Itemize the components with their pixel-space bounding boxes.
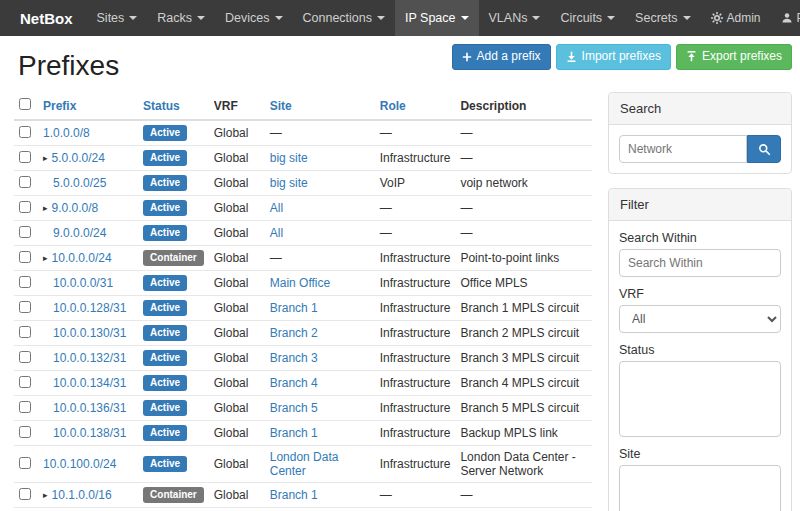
description-cell: — [455,221,592,246]
prefix-link[interactable]: 10.0.0.0/24 [52,251,112,265]
nav-menu-item[interactable]: Sites [87,0,148,36]
sort-role-header[interactable]: Role [380,99,406,113]
expand-arrow-icon[interactable]: ▸ [43,203,48,213]
row-checkbox[interactable] [19,201,31,213]
prefix-link[interactable]: 5.0.0.0/25 [53,176,106,190]
site-filter-option[interactable] [620,484,780,486]
nav-menu-item[interactable]: IP Space [395,0,479,36]
status-badge: Active [143,200,187,216]
site-link[interactable]: Branch 5 [270,401,318,415]
table-row: ▸ 9.0.0.0/8 Active Global All — — [14,196,592,221]
prefix-link[interactable]: 10.0.0.128/31 [53,301,126,315]
prefix-link[interactable]: 1.0.0.0/8 [43,126,90,140]
nav-menu-item[interactable]: Devices [215,0,292,36]
row-checkbox[interactable] [19,126,31,138]
row-checkbox[interactable] [19,276,31,288]
row-checkbox[interactable] [19,176,31,188]
site-link[interactable]: big site [270,151,308,165]
sort-site-header[interactable]: Site [270,99,292,113]
export-prefixes-button[interactable]: Export prefixes [676,44,792,70]
description-cell: Branch 1 MPLS circuit [455,296,592,321]
table-row: ▸ 5.0.0.0/24 Active Global big site Infr… [14,146,592,171]
nav-menu-item[interactable]: Circuits [550,0,625,36]
nav-menu-item[interactable]: Racks [147,0,215,36]
site-link[interactable]: Main Office [270,276,330,290]
description-cell: Branch 1 P2P [455,508,592,511]
role-cell: Infrastructure [375,246,456,271]
filter-panel-title: Filter [609,189,791,221]
nav-menu-item[interactable]: Connections [293,0,396,36]
status-filter-list[interactable] [619,361,781,437]
nav-menu-item[interactable]: Secrets [625,0,700,36]
prefix-link[interactable]: 9.0.0.0/24 [53,226,106,240]
site-link[interactable]: Branch 2 [270,326,318,340]
role-cell: — [375,196,456,221]
prefix-link[interactable]: 9.0.0.0/8 [52,201,99,215]
site-link[interactable]: Branch 3 [270,351,318,365]
description-cell: London Data Center - Server Network [455,446,592,483]
prefix-link[interactable]: 10.0.0.132/31 [53,351,126,365]
table-row: 10.0.0.134/31 Active Global Branch 4 Inf… [14,371,592,396]
status-badge: Active [143,400,187,416]
prefix-link[interactable]: 10.0.0.0/31 [53,276,113,290]
prefix-table: Prefix Status VRF Site Role Description [14,92,592,511]
site-link[interactable]: London Data Center [270,450,339,478]
select-all-checkbox[interactable] [19,98,31,110]
site-link[interactable]: All [270,226,283,240]
prefix-link[interactable]: 10.0.100.0/24 [43,457,116,471]
brand-link[interactable]: NetBox [6,0,87,36]
site-link[interactable]: big site [270,176,308,190]
prefix-link[interactable]: 10.0.0.130/31 [53,326,126,340]
row-checkbox[interactable] [19,326,31,338]
table-row: 10.0.100.0/24 Active Global London Data … [14,446,592,483]
status-badge: Active [143,225,187,241]
prefix-link[interactable]: 10.0.0.138/31 [53,426,126,440]
row-checkbox[interactable] [19,401,31,413]
description-cell: voip network [455,171,592,196]
row-checkbox[interactable] [19,301,31,313]
vrf-select[interactable]: All [619,305,781,333]
search-button[interactable] [747,135,781,163]
row-checkbox[interactable] [19,151,31,163]
page-content: Prefixes Add a prefix Import prefixes Ex… [0,36,800,511]
description-cell: Backup MPLS link [455,421,592,446]
prefix-link[interactable]: 10.0.0.136/31 [53,401,126,415]
sort-prefix-header[interactable]: Prefix [43,99,76,113]
row-checkbox[interactable] [19,351,31,363]
prefix-link[interactable]: 10.1.0.0/16 [52,488,112,502]
expand-arrow-icon[interactable]: ▸ [43,490,48,500]
import-prefixes-button[interactable]: Import prefixes [556,44,671,70]
row-checkbox[interactable] [19,426,31,438]
search-input[interactable] [619,135,747,163]
role-cell: Infrastructure [375,508,456,511]
profile-link[interactable]: Profile [771,0,800,36]
chevron-down-icon [377,16,385,20]
site-link[interactable]: Branch 4 [270,376,318,390]
row-checkbox[interactable] [19,376,31,388]
admin-link[interactable]: Admin [701,0,771,36]
search-within-input[interactable] [619,249,781,277]
site-link[interactable]: Branch 1 [270,488,318,502]
row-checkbox[interactable] [19,226,31,238]
expand-arrow-icon[interactable]: ▸ [43,153,48,163]
site-link[interactable]: Branch 1 [270,426,318,440]
prefix-link[interactable]: 10.0.0.134/31 [53,376,126,390]
admin-label: Admin [727,11,761,25]
row-checkbox[interactable] [19,457,31,469]
row-checkbox[interactable] [19,488,31,500]
row-checkbox[interactable] [19,251,31,263]
site-link[interactable]: All [270,201,283,215]
sidebar: Search [608,92,792,511]
nav-menu-item[interactable]: VLANs [479,0,551,36]
sort-status-header[interactable]: Status [143,99,180,113]
status-filter-option[interactable] [620,370,780,372]
prefix-link[interactable]: 5.0.0.0/24 [52,151,105,165]
vrf-cell: Global [209,196,265,221]
add-prefix-button[interactable]: Add a prefix [452,44,551,70]
plus-icon [462,52,472,62]
site-filter-list[interactable] [619,465,781,511]
site-link[interactable]: Branch 1 [270,301,318,315]
expand-arrow-icon[interactable]: ▸ [43,253,48,263]
search-within-label: Search Within [619,231,781,245]
table-row: 9.0.0.0/24 Active Global All — — [14,221,592,246]
